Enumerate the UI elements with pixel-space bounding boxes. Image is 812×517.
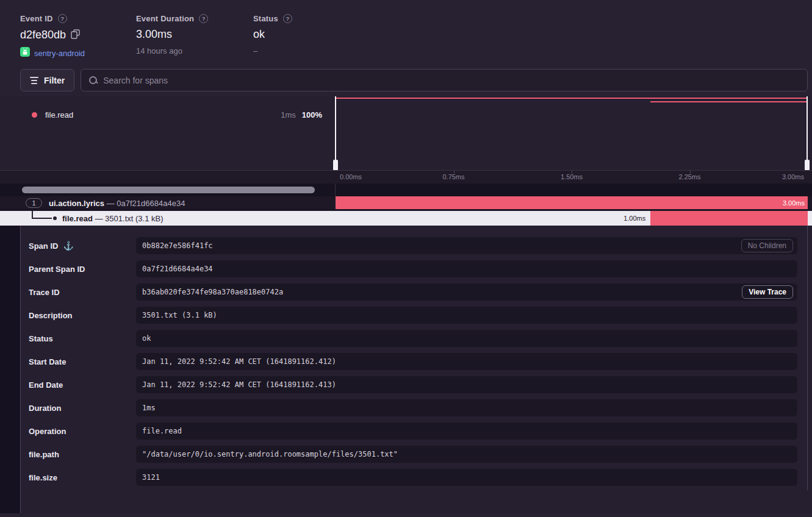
axis-tick: 3.00ms — [782, 173, 804, 180]
project-link[interactable]: sentry-android — [34, 49, 85, 58]
event-id-column: Event ID ? d2fe80db — [20, 14, 136, 59]
detail-value: "/data/user/0/io.sentry.android.roomsamp… — [136, 446, 797, 463]
axis-tick: 0.75ms — [442, 173, 464, 180]
detail-row: Parent Span ID 0a7f21d6684a4e34 — [29, 260, 797, 277]
detail-value: Jan 11, 2022 9:52:42 AM CET (1641891162.… — [136, 376, 797, 393]
op-duration: 1ms — [281, 110, 296, 119]
detail-value: 3121 — [136, 469, 797, 486]
detail-row: file.path "/data/user/0/io.sentry.androi… — [29, 446, 797, 463]
span-search-input[interactable] — [103, 76, 800, 85]
help-icon[interactable]: ? — [58, 14, 67, 23]
filter-icon — [30, 77, 38, 84]
event-duration-column: Event Duration ? 3.00ms 14 hours ago — [136, 14, 253, 59]
trace-view-panel: file.read 1ms 100% 0.00ms 0.75ms 1.50ms … — [0, 96, 812, 226]
detail-row: Status ok — [29, 330, 797, 347]
detail-value: 1ms — [136, 399, 797, 416]
status-value: ok — [253, 28, 265, 41]
span-row-selected[interactable]: file.read — 3501.txt (3.1 kB) 1.00ms — [0, 211, 812, 226]
help-icon[interactable]: ? — [283, 14, 292, 23]
detail-value: Jan 11, 2022 9:52:42 AM CET (1641891162.… — [136, 353, 797, 370]
detail-row: Duration 1ms — [29, 399, 797, 416]
tree-scroll-strip — [0, 184, 812, 196]
view-trace-button[interactable]: View Trace — [742, 285, 793, 299]
details-scrollbar[interactable] — [807, 226, 808, 490]
panel-divider[interactable] — [335, 184, 336, 196]
status-sub: – — [253, 46, 375, 55]
span-duration-label: 3.00ms — [783, 199, 805, 207]
detail-label: Operation — [29, 427, 136, 436]
detail-row: Description 3501.txt (3.1 kB) — [29, 307, 797, 324]
span-details-panel: Span ID ⚓ 0b882e7e586f41fc No Children P… — [20, 226, 812, 513]
event-id-value: d2fe80db — [20, 29, 66, 41]
detail-label: Span ID — [29, 241, 58, 251]
search-icon — [88, 76, 98, 85]
detail-row: Start Date Jan 11, 2022 9:52:42 AM CET (… — [29, 353, 797, 370]
status-label: Status — [253, 14, 278, 23]
event-duration-value: 3.00ms — [136, 28, 172, 41]
tree-connector — [32, 218, 52, 219]
span-duration-bar[interactable] — [650, 211, 808, 226]
op-color-dot — [32, 112, 37, 118]
event-duration-label: Event Duration — [136, 14, 194, 23]
detail-label: file.size — [29, 473, 136, 482]
detail-label: Description — [29, 311, 136, 320]
detail-row: End Date Jan 11, 2022 9:52:42 AM CET (16… — [29, 376, 797, 393]
detail-value: 3501.txt (3.1 kB) — [136, 307, 797, 324]
detail-label: file.path — [29, 450, 136, 459]
op-name: file.read — [45, 110, 73, 119]
detail-row: Operation file.read — [29, 423, 797, 440]
span-op: ui.action.lyrics — [49, 199, 104, 208]
span-op: file.read — [62, 214, 93, 223]
ops-breakdown-row[interactable]: file.read 1ms 100% — [0, 108, 336, 121]
detail-row: Trace ID b36ab020fe374fe98a370ae818e0742… — [29, 283, 797, 301]
filter-button[interactable]: Filter — [20, 69, 74, 91]
detail-label: Status — [29, 334, 136, 343]
time-axis: 0.00ms 0.75ms 1.50ms 2.25ms 3.00ms — [0, 170, 812, 184]
minimap-span-bar — [650, 101, 808, 102]
spans-toolbar: Filter — [20, 69, 808, 91]
android-project-icon — [20, 47, 30, 59]
op-percent: 100% — [302, 110, 322, 119]
detail-label: Trace ID — [29, 288, 136, 297]
help-icon[interactable]: ? — [199, 14, 208, 23]
span-description: 0a7f21d6684a4e34 — [117, 199, 185, 208]
status-column: Status ? ok – — [253, 14, 375, 59]
detail-row: Span ID ⚓ 0b882e7e586f41fc No Children — [29, 237, 797, 254]
horizontal-scrollbar[interactable] — [22, 187, 315, 193]
detail-value: ok — [136, 330, 797, 347]
span-duration-label: 1.00ms — [623, 215, 645, 222]
tree-connector-dot — [53, 216, 57, 220]
filter-button-label: Filter — [44, 76, 65, 85]
span-row-parent[interactable]: 1 ui.action.lyrics — 0a7f21d6684a4e34 3.… — [0, 196, 812, 210]
details-gutter — [0, 226, 20, 513]
axis-tick: 1.50ms — [561, 173, 583, 180]
event-id-label: Event ID — [20, 14, 53, 23]
minimap-right-grip[interactable] — [805, 160, 810, 171]
span-children-count-pill[interactable]: 1 — [26, 198, 42, 208]
detail-label: Parent Span ID — [29, 265, 136, 274]
span-search-box — [81, 69, 808, 91]
detail-value: 0a7f21d6684a4e34 — [136, 260, 797, 277]
detail-label: Start Date — [29, 357, 136, 366]
detail-value: file.read — [136, 423, 797, 440]
detail-label: End Date — [29, 380, 136, 390]
detail-value: 0b882e7e586f41fc No Children — [136, 237, 797, 254]
minimap-left-grip[interactable] — [333, 160, 338, 171]
minimap-track[interactable] — [336, 96, 808, 171]
detail-value: b36ab020fe374fe98a370ae818e0742a View Tr… — [136, 283, 797, 301]
span-description: 3501.txt (3.1 kB) — [105, 214, 163, 223]
axis-tick: 0.00ms — [340, 173, 362, 180]
detail-row: file.size 3121 — [29, 469, 797, 486]
event-duration-ago: 14 hours ago — [136, 46, 253, 55]
axis-tick: 2.25ms — [678, 173, 700, 180]
copy-icon[interactable] — [71, 29, 80, 41]
span-duration-bar[interactable]: 3.00ms — [336, 196, 808, 209]
span-details-section: Span ID ⚓ 0b882e7e586f41fc No Children P… — [0, 226, 812, 513]
event-header: Event ID ? d2fe80db — [0, 0, 812, 59]
anchor-icon[interactable]: ⚓ — [63, 241, 73, 251]
minimap-span-bar — [336, 98, 808, 99]
detail-label: Duration — [29, 404, 136, 413]
no-children-badge: No Children — [741, 239, 793, 252]
